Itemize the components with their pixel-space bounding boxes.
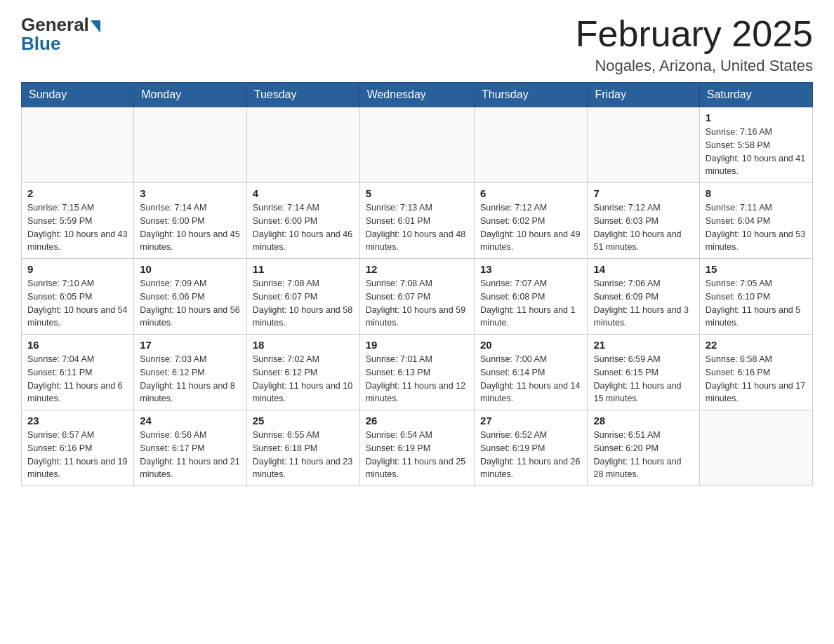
calendar-cell: 27Sunrise: 6:52 AMSunset: 6:19 PMDayligh… <box>474 410 588 486</box>
day-number: 2 <box>27 187 128 199</box>
day-number: 19 <box>366 339 468 351</box>
calendar-cell: 5Sunrise: 7:13 AMSunset: 6:01 PMDaylight… <box>359 183 474 259</box>
calendar-cell <box>474 107 588 183</box>
header-saturday: Saturday <box>699 83 812 107</box>
day-info: Sunrise: 7:14 AMSunset: 6:00 PMDaylight:… <box>140 201 241 254</box>
calendar-cell: 17Sunrise: 7:03 AMSunset: 6:12 PMDayligh… <box>134 335 247 410</box>
day-number: 25 <box>253 415 354 427</box>
day-info: Sunrise: 6:51 AMSunset: 6:20 PMDaylight:… <box>593 429 693 481</box>
day-number: 13 <box>480 263 582 275</box>
header-thursday: Thursday <box>474 83 588 107</box>
week-row-3: 9Sunrise: 7:10 AMSunset: 6:05 PMDaylight… <box>22 259 813 335</box>
calendar-cell <box>699 410 812 486</box>
day-info: Sunrise: 6:55 AMSunset: 6:18 PMDaylight:… <box>253 429 354 481</box>
day-number: 10 <box>140 263 241 275</box>
day-number: 20 <box>480 339 582 351</box>
day-number: 1 <box>706 112 807 123</box>
day-number: 24 <box>140 415 241 427</box>
day-number: 15 <box>706 263 807 275</box>
calendar-cell: 15Sunrise: 7:05 AMSunset: 6:10 PMDayligh… <box>699 259 812 335</box>
day-info: Sunrise: 7:05 AMSunset: 6:10 PMDaylight:… <box>706 277 807 330</box>
calendar-cell: 24Sunrise: 6:56 AMSunset: 6:17 PMDayligh… <box>134 410 247 486</box>
calendar-cell: 21Sunrise: 6:59 AMSunset: 6:15 PMDayligh… <box>588 335 699 410</box>
day-number: 9 <box>27 263 128 275</box>
header-sunday: Sunday <box>22 83 134 107</box>
calendar-header-row: SundayMondayTuesdayWednesdayThursdayFrid… <box>22 83 813 107</box>
day-info: Sunrise: 6:58 AMSunset: 6:16 PMDaylight:… <box>706 353 807 405</box>
calendar-cell: 18Sunrise: 7:02 AMSunset: 6:12 PMDayligh… <box>246 335 359 410</box>
week-row-5: 23Sunrise: 6:57 AMSunset: 6:16 PMDayligh… <box>22 410 813 486</box>
calendar-cell: 22Sunrise: 6:58 AMSunset: 6:16 PMDayligh… <box>699 335 812 410</box>
day-info: Sunrise: 7:06 AMSunset: 6:09 PMDaylight:… <box>593 277 693 330</box>
calendar-cell <box>246 107 359 183</box>
calendar-cell: 26Sunrise: 6:54 AMSunset: 6:19 PMDayligh… <box>359 410 474 486</box>
calendar-cell: 25Sunrise: 6:55 AMSunset: 6:18 PMDayligh… <box>246 410 359 486</box>
page-header: General Blue February 2025 Nogales, Ariz… <box>21 14 813 75</box>
calendar-cell <box>134 107 247 183</box>
day-info: Sunrise: 7:08 AMSunset: 6:07 PMDaylight:… <box>366 277 468 330</box>
logo-blue-text: Blue <box>21 33 60 55</box>
day-info: Sunrise: 7:07 AMSunset: 6:08 PMDaylight:… <box>480 277 582 330</box>
calendar-cell: 12Sunrise: 7:08 AMSunset: 6:07 PMDayligh… <box>359 259 474 335</box>
day-number: 22 <box>706 339 807 351</box>
day-info: Sunrise: 7:11 AMSunset: 6:04 PMDaylight:… <box>706 201 807 254</box>
calendar-cell: 2Sunrise: 7:15 AMSunset: 5:59 PMDaylight… <box>22 183 134 259</box>
header-wednesday: Wednesday <box>359 83 474 107</box>
calendar-cell <box>359 107 474 183</box>
calendar-cell: 1Sunrise: 7:16 AMSunset: 5:58 PMDaylight… <box>699 107 812 183</box>
header-monday: Monday <box>134 83 247 107</box>
day-number: 12 <box>366 263 468 275</box>
day-number: 27 <box>480 415 582 427</box>
calendar-cell: 3Sunrise: 7:14 AMSunset: 6:00 PMDaylight… <box>134 183 247 259</box>
day-number: 26 <box>366 415 468 427</box>
header-tuesday: Tuesday <box>246 83 359 107</box>
week-row-4: 16Sunrise: 7:04 AMSunset: 6:11 PMDayligh… <box>22 335 813 410</box>
calendar-cell: 28Sunrise: 6:51 AMSunset: 6:20 PMDayligh… <box>588 410 699 486</box>
calendar-cell: 4Sunrise: 7:14 AMSunset: 6:00 PMDaylight… <box>246 183 359 259</box>
day-info: Sunrise: 7:00 AMSunset: 6:14 PMDaylight:… <box>480 353 582 405</box>
calendar-cell: 9Sunrise: 7:10 AMSunset: 6:05 PMDaylight… <box>22 259 134 335</box>
calendar-cell: 23Sunrise: 6:57 AMSunset: 6:16 PMDayligh… <box>22 410 134 486</box>
day-info: Sunrise: 6:59 AMSunset: 6:15 PMDaylight:… <box>593 353 693 405</box>
day-info: Sunrise: 6:56 AMSunset: 6:17 PMDaylight:… <box>140 429 241 481</box>
month-title: February 2025 <box>576 14 813 54</box>
day-info: Sunrise: 7:10 AMSunset: 6:05 PMDaylight:… <box>27 277 128 330</box>
day-info: Sunrise: 7:15 AMSunset: 5:59 PMDaylight:… <box>27 201 128 254</box>
day-number: 3 <box>140 187 241 199</box>
day-info: Sunrise: 7:02 AMSunset: 6:12 PMDaylight:… <box>253 353 354 405</box>
day-info: Sunrise: 6:54 AMSunset: 6:19 PMDaylight:… <box>366 429 468 481</box>
day-info: Sunrise: 7:08 AMSunset: 6:07 PMDaylight:… <box>253 277 354 330</box>
day-info: Sunrise: 7:16 AMSunset: 5:58 PMDaylight:… <box>706 126 807 178</box>
calendar-cell: 8Sunrise: 7:11 AMSunset: 6:04 PMDaylight… <box>699 183 812 259</box>
calendar-cell: 11Sunrise: 7:08 AMSunset: 6:07 PMDayligh… <box>246 259 359 335</box>
day-info: Sunrise: 7:12 AMSunset: 6:02 PMDaylight:… <box>480 201 582 254</box>
day-info: Sunrise: 7:12 AMSunset: 6:03 PMDaylight:… <box>593 201 693 254</box>
week-row-2: 2Sunrise: 7:15 AMSunset: 5:59 PMDaylight… <box>22 183 813 259</box>
calendar-table: SundayMondayTuesdayWednesdayThursdayFrid… <box>21 82 813 486</box>
logo-arrow-icon <box>91 20 100 33</box>
day-number: 8 <box>706 187 807 199</box>
calendar-cell: 6Sunrise: 7:12 AMSunset: 6:02 PMDaylight… <box>474 183 588 259</box>
day-info: Sunrise: 7:13 AMSunset: 6:01 PMDaylight:… <box>366 201 468 254</box>
week-row-1: 1Sunrise: 7:16 AMSunset: 5:58 PMDaylight… <box>22 107 813 183</box>
day-info: Sunrise: 7:04 AMSunset: 6:11 PMDaylight:… <box>27 353 128 405</box>
day-number: 21 <box>593 339 693 351</box>
day-info: Sunrise: 6:57 AMSunset: 6:16 PMDaylight:… <box>27 429 128 481</box>
day-info: Sunrise: 7:01 AMSunset: 6:13 PMDaylight:… <box>366 353 468 405</box>
calendar-cell <box>22 107 134 183</box>
logo: General Blue <box>21 14 100 55</box>
location-subtitle: Nogales, Arizona, United States <box>576 57 813 75</box>
calendar-cell: 16Sunrise: 7:04 AMSunset: 6:11 PMDayligh… <box>22 335 134 410</box>
title-area: February 2025 Nogales, Arizona, United S… <box>576 14 813 75</box>
day-number: 5 <box>366 187 468 199</box>
calendar-cell <box>588 107 699 183</box>
day-info: Sunrise: 7:09 AMSunset: 6:06 PMDaylight:… <box>140 277 241 330</box>
calendar-cell: 10Sunrise: 7:09 AMSunset: 6:06 PMDayligh… <box>134 259 247 335</box>
day-number: 14 <box>593 263 693 275</box>
day-info: Sunrise: 7:14 AMSunset: 6:00 PMDaylight:… <box>253 201 354 254</box>
day-number: 23 <box>27 415 128 427</box>
calendar-cell: 14Sunrise: 7:06 AMSunset: 6:09 PMDayligh… <box>588 259 699 335</box>
calendar-cell: 13Sunrise: 7:07 AMSunset: 6:08 PMDayligh… <box>474 259 588 335</box>
day-info: Sunrise: 7:03 AMSunset: 6:12 PMDaylight:… <box>140 353 241 405</box>
day-number: 7 <box>593 187 693 199</box>
